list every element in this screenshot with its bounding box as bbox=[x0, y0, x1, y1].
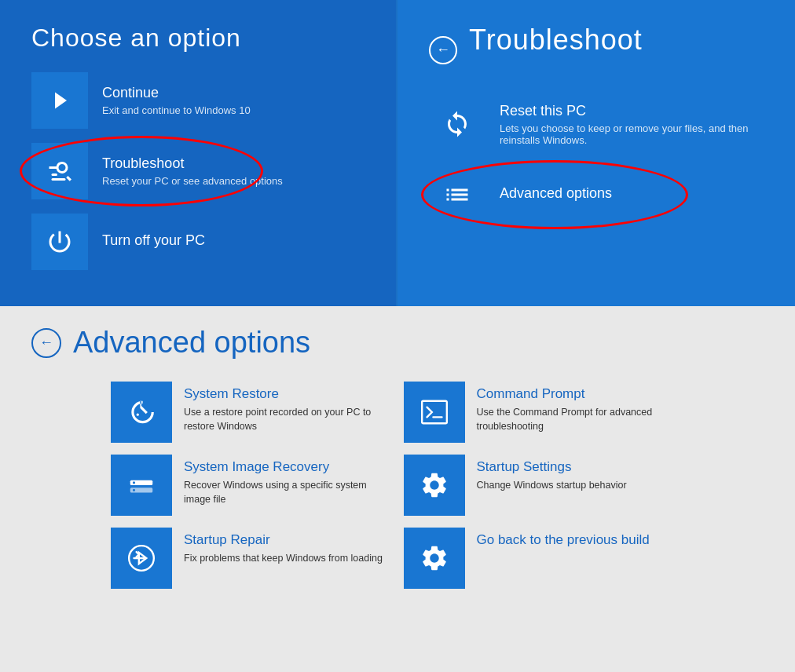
continue-icon bbox=[31, 72, 88, 129]
startup-settings-text: Startup Settings Change Windows startup … bbox=[477, 455, 627, 493]
turnoff-item[interactable]: Turn off your PC bbox=[31, 214, 365, 270]
options-grid: System Restore Use a restore point recor… bbox=[111, 382, 684, 589]
advanced-options-title: Advanced options bbox=[73, 326, 310, 360]
reset-pc-text: Reset this PC Lets you choose to keep or… bbox=[500, 103, 764, 146]
continue-description: Exit and continue to Windows 10 bbox=[102, 104, 251, 116]
svg-rect-3 bbox=[422, 401, 447, 424]
go-back-icon bbox=[404, 528, 465, 589]
turnoff-text: Turn off your PC bbox=[102, 232, 205, 252]
go-back-item[interactable]: Go back to the previous build bbox=[404, 528, 685, 589]
advanced-options-header: Advanced options bbox=[31, 326, 764, 360]
troubleshoot-label: Troubleshoot bbox=[102, 155, 283, 172]
troubleshoot-header: Troubleshoot bbox=[429, 24, 764, 76]
troubleshoot-description: Reset your PC or see advanced options bbox=[102, 175, 283, 187]
continue-label: Continue bbox=[102, 85, 251, 101]
back-arrow-icon[interactable] bbox=[429, 36, 457, 64]
command-prompt-description: Use the Command Prompt for advanced trou… bbox=[477, 406, 685, 433]
turnoff-icon bbox=[31, 214, 88, 270]
troubleshoot-icon bbox=[31, 143, 88, 199]
advanced-options-section: Advanced options System Restore Use a re… bbox=[0, 306, 795, 672]
svg-point-2 bbox=[137, 414, 139, 416]
go-back-label: Go back to the previous build bbox=[477, 532, 650, 548]
system-image-recovery-text: System Image Recovery Recover Windows us… bbox=[184, 455, 392, 506]
back-arrow-blue-icon[interactable] bbox=[31, 328, 61, 358]
startup-settings-item[interactable]: Startup Settings Change Windows startup … bbox=[404, 455, 685, 516]
continue-text: Continue Exit and continue to Windows 10 bbox=[102, 85, 251, 116]
advanced-options-label: Advanced options bbox=[500, 185, 612, 202]
reset-pc-label: Reset this PC bbox=[500, 103, 764, 119]
system-image-recovery-description: Recover Windows using a specific system … bbox=[184, 479, 392, 506]
system-restore-icon bbox=[111, 382, 172, 443]
system-image-recovery-icon bbox=[111, 455, 172, 516]
svg-rect-0 bbox=[52, 178, 66, 181]
troubleshoot-item[interactable]: Troubleshoot Reset your PC or see advanc… bbox=[31, 143, 365, 199]
command-prompt-item[interactable]: Command Prompt Use the Command Prompt fo… bbox=[404, 382, 685, 443]
go-back-text: Go back to the previous build bbox=[477, 528, 650, 552]
startup-repair-text: Startup Repair Fix problems that keep Wi… bbox=[184, 528, 383, 566]
system-restore-label: System Restore bbox=[184, 386, 392, 402]
startup-repair-icon bbox=[111, 528, 172, 589]
startup-repair-description: Fix problems that keep Windows from load… bbox=[184, 552, 383, 566]
startup-settings-label: Startup Settings bbox=[477, 459, 627, 475]
continue-item[interactable]: Continue Exit and continue to Windows 10 bbox=[31, 72, 365, 129]
troubleshoot-panel-title: Troubleshoot bbox=[469, 24, 643, 57]
startup-settings-icon bbox=[404, 455, 465, 516]
startup-repair-label: Startup Repair bbox=[184, 532, 383, 548]
choose-option-panel: Choose an option Continue Exit and conti… bbox=[0, 0, 398, 306]
command-prompt-label: Command Prompt bbox=[477, 386, 685, 402]
startup-settings-description: Change Windows startup behavior bbox=[477, 479, 627, 493]
advanced-options-icon bbox=[429, 166, 485, 223]
troubleshoot-panel: Troubleshoot Reset this PC Lets you choo… bbox=[398, 0, 795, 306]
command-prompt-text: Command Prompt Use the Command Prompt fo… bbox=[477, 382, 685, 433]
turnoff-label: Turn off your PC bbox=[102, 232, 205, 249]
choose-option-title: Choose an option bbox=[31, 24, 365, 53]
command-prompt-icon bbox=[404, 382, 465, 443]
advanced-options-item[interactable]: Advanced options bbox=[429, 166, 764, 223]
system-restore-description: Use a restore point recorded on your PC … bbox=[184, 406, 392, 433]
system-restore-item[interactable]: System Restore Use a restore point recor… bbox=[111, 382, 392, 443]
advanced-options-text: Advanced options bbox=[500, 185, 612, 205]
reset-pc-description: Lets you choose to keep or remove your f… bbox=[500, 122, 764, 146]
system-restore-text: System Restore Use a restore point recor… bbox=[184, 382, 392, 433]
reset-pc-icon bbox=[429, 96, 485, 152]
svg-rect-1 bbox=[52, 173, 58, 176]
reset-pc-item[interactable]: Reset this PC Lets you choose to keep or… bbox=[429, 96, 764, 152]
troubleshoot-text: Troubleshoot Reset your PC or see advanc… bbox=[102, 155, 283, 187]
startup-repair-item[interactable]: Startup Repair Fix problems that keep Wi… bbox=[111, 528, 392, 589]
system-image-recovery-label: System Image Recovery bbox=[184, 459, 392, 475]
system-image-recovery-item[interactable]: System Image Recovery Recover Windows us… bbox=[111, 455, 392, 516]
